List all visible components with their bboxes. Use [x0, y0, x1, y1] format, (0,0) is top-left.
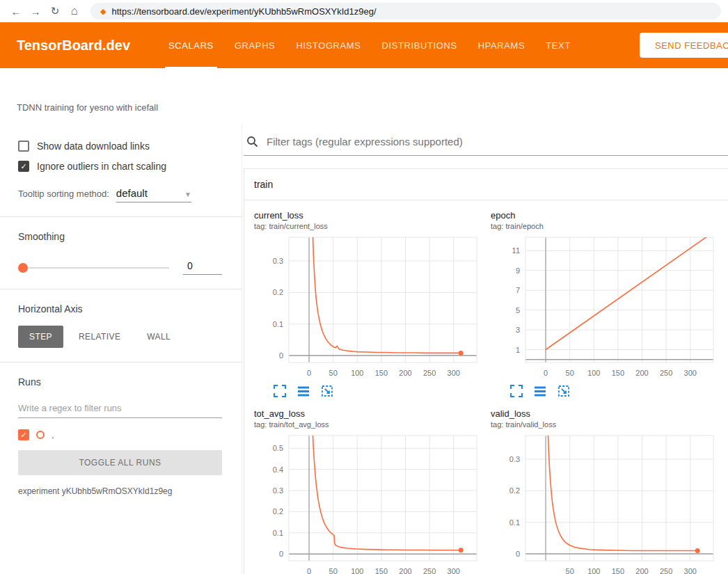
send-feedback-button[interactable]: SEND FEEDBACK: [640, 33, 728, 58]
tooltip-sorting-value: default: [116, 187, 148, 199]
svg-text:0.3: 0.3: [509, 455, 520, 463]
svg-text:200: 200: [635, 369, 648, 377]
line-chart[interactable]: 05010015020025030000.10.20.30.40.5: [254, 431, 484, 574]
svg-text:0.2: 0.2: [509, 486, 520, 495]
svg-text:250: 250: [423, 369, 436, 377]
runs-filter-input[interactable]: [18, 397, 222, 418]
smoothing-slider[interactable]: [18, 267, 169, 269]
toggle-all-runs-button[interactable]: TOGGLE ALL RUNS: [18, 450, 222, 475]
svg-text:0: 0: [279, 550, 283, 558]
back-icon[interactable]: ←: [7, 6, 25, 17]
nav-tabs: SCALARS GRAPHS HISTOGRAMS DISTRIBUTIONS …: [158, 22, 581, 68]
smoothing-label: Smoothing: [18, 231, 222, 242]
svg-text:0.1: 0.1: [273, 320, 283, 328]
refresh-icon[interactable]: ↻: [46, 5, 64, 17]
app-title: TensorBoard.dev: [17, 38, 130, 54]
line-chart[interactable]: 5010015020025030000.10.20.3: [491, 431, 720, 574]
svg-text:300: 300: [684, 369, 697, 377]
axis-wall-button[interactable]: WALL: [136, 326, 182, 348]
search-icon: [246, 136, 258, 148]
data-table-icon[interactable]: [297, 385, 310, 397]
chart-card-epoch: epoch tag: train/epoch 05010015020025030…: [491, 210, 720, 404]
home-icon[interactable]: ⌂: [65, 4, 84, 18]
svg-text:150: 150: [612, 567, 624, 574]
content: Show data download links Ignore outliers…: [0, 124, 728, 574]
data-table-icon[interactable]: [534, 385, 546, 397]
horizontal-axis-buttons: STEP RELATIVE WALL: [18, 326, 222, 348]
svg-text:100: 100: [587, 567, 600, 574]
chart-card-tot-avg-loss: tot_avg_loss tag: train/tot_avg_loss 050…: [254, 408, 484, 574]
svg-text:250: 250: [423, 567, 436, 574]
svg-text:0.5: 0.5: [273, 444, 283, 452]
run-name: .: [52, 430, 54, 440]
show-download-links-checkbox[interactable]: [18, 141, 29, 152]
svg-text:0: 0: [307, 369, 311, 377]
svg-text:9: 9: [516, 266, 520, 275]
tooltip-sorting-row: Tooltip sorting method: default ▼: [18, 187, 222, 202]
url-text: https://tensorboard.dev/experiment/yKUbh…: [111, 6, 376, 17]
chart-actions: [491, 381, 720, 404]
line-chart[interactable]: 05010015020025030000.10.20.3: [254, 233, 484, 381]
svg-text:0.4: 0.4: [273, 465, 283, 474]
svg-text:200: 200: [635, 567, 648, 574]
experiment-description: TDNN training for yesno with icefall: [0, 68, 728, 124]
forward-icon[interactable]: →: [26, 6, 45, 17]
chart-tag: tag: train/current_loss: [254, 222, 484, 230]
svg-text:150: 150: [612, 369, 624, 377]
run-checkbox[interactable]: [18, 429, 29, 440]
browser-toolbar: ← → ↻ ⌂ ◆ https://tensorboard.dev/experi…: [0, 0, 728, 22]
svg-text:0.1: 0.1: [509, 518, 520, 527]
svg-text:7: 7: [516, 286, 520, 294]
axis-relative-button[interactable]: RELATIVE: [68, 326, 132, 348]
svg-text:5: 5: [516, 306, 520, 314]
svg-text:50: 50: [566, 369, 574, 377]
smoothing-value[interactable]: 0: [183, 260, 222, 275]
svg-text:0: 0: [516, 550, 520, 558]
tag-filter-input[interactable]: [265, 135, 728, 148]
svg-text:0.2: 0.2: [273, 288, 283, 296]
expand-chart-icon[interactable]: [510, 385, 523, 397]
svg-text:150: 150: [375, 369, 388, 377]
svg-text:0.2: 0.2: [273, 507, 283, 516]
tag-group-card: train current_loss tag: train/current_lo…: [244, 168, 728, 574]
tag-filter-row: [244, 124, 728, 156]
axis-step-button[interactable]: STEP: [18, 326, 63, 348]
smoothing-slider-thumb[interactable]: [18, 263, 28, 273]
sidebar-divider: [0, 362, 242, 362]
chart-tag: tag: train/valid_loss: [491, 420, 720, 429]
chart-actions: [254, 381, 484, 404]
experiment-id-text: experiment yKUbhb5wRmOSXYkId1z9eg: [18, 486, 222, 496]
svg-text:100: 100: [351, 369, 363, 377]
fit-domain-icon[interactable]: [321, 385, 333, 397]
tag-group-header[interactable]: train: [244, 169, 728, 200]
svg-text:300: 300: [448, 567, 460, 574]
fit-domain-icon[interactable]: [557, 385, 570, 397]
tab-graphs[interactable]: GRAPHS: [224, 22, 286, 68]
tab-distributions[interactable]: DISTRIBUTIONS: [372, 22, 468, 68]
svg-text:100: 100: [587, 369, 600, 377]
main-panel: train current_loss tag: train/current_lo…: [242, 124, 728, 574]
tab-text[interactable]: TEXT: [535, 22, 581, 68]
svg-text:0.1: 0.1: [273, 529, 283, 537]
svg-text:200: 200: [399, 567, 411, 574]
tooltip-sorting-select[interactable]: default ▼: [116, 187, 191, 202]
ignore-outliers-checkbox[interactable]: [18, 161, 29, 172]
expand-chart-icon[interactable]: [274, 385, 286, 397]
svg-text:300: 300: [448, 369, 460, 377]
show-download-links-row: Show data download links: [18, 141, 222, 152]
tab-hparams[interactable]: HPARAMS: [468, 22, 536, 68]
runs-label: Runs: [18, 376, 222, 388]
svg-text:0: 0: [544, 369, 548, 377]
svg-text:50: 50: [566, 567, 574, 574]
svg-text:200: 200: [399, 369, 411, 377]
tab-scalars[interactable]: SCALARS: [158, 22, 224, 68]
tab-histograms[interactable]: HISTOGRAMS: [285, 22, 371, 68]
svg-text:50: 50: [329, 567, 338, 574]
chart-title: epoch: [491, 210, 720, 221]
chart-tag: tag: train/tot_avg_loss: [254, 420, 484, 429]
address-bar[interactable]: ◆ https://tensorboard.dev/experiment/yKU…: [90, 3, 721, 19]
line-chart[interactable]: 0501001502002503001357911: [491, 233, 720, 381]
svg-text:50: 50: [329, 369, 338, 377]
charts-grid: current_loss tag: train/current_loss 050…: [244, 200, 728, 574]
svg-text:300: 300: [684, 567, 697, 574]
